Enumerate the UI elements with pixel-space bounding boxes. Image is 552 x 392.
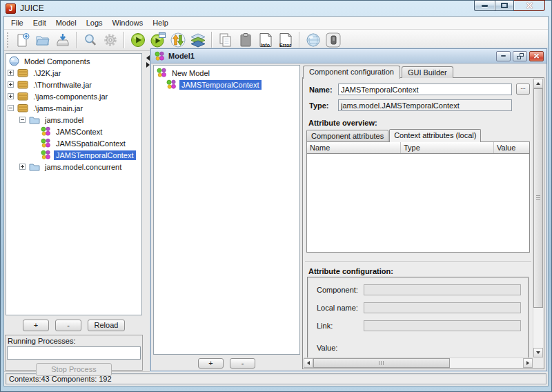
menu-help[interactable]: Help [148,17,173,28]
tree-node-label: jams.model [43,115,86,125]
attributes-table[interactable]: Name Type Value [306,141,530,253]
collapse-handle[interactable] [19,117,26,123]
exit-button[interactable] [323,30,343,50]
app-window: J JUICE File Edit Model Logs Windows Hel… [0,0,552,392]
scroll-left-button[interactable] [304,358,313,368]
column-header-name[interactable]: Name [307,142,401,153]
close-button[interactable] [514,0,545,11]
model-remove-button[interactable]: - [230,358,255,369]
toolbar-drag-handle[interactable] [7,32,10,48]
tree-node-root[interactable]: Model Components [6,55,141,67]
scroll-right-button[interactable] [523,358,533,368]
horizontal-scrollbar[interactable] [304,357,533,368]
more-options-button[interactable]: ... [516,84,530,95]
vertical-scrollbar[interactable] [533,79,543,357]
collapse-right-icon[interactable] [146,62,150,68]
save-model-button[interactable] [52,30,72,50]
restore-icon [517,53,524,59]
paste-button[interactable] [235,30,255,50]
tree-node-package[interactable]: jams.model [6,114,141,126]
tree-node-jar[interactable]: .\J2K.jar [6,67,141,79]
tree-node-component[interactable]: JAMSSpatialContext [6,137,141,149]
vertical-scrollbar-thumb[interactable] [533,88,543,308]
titlebar[interactable]: J JUICE [1,1,551,16]
menu-logs[interactable]: Logs [81,17,108,28]
name-input[interactable] [338,84,512,95]
browser-button[interactable] [303,30,323,50]
close-icon [533,53,540,59]
sphere-icon [9,56,19,66]
expand-handle[interactable] [8,81,14,88]
toolbar-separator [76,32,77,48]
tree-node-jar[interactable]: .\jams-components.jar [6,90,141,102]
run-model-gui-button[interactable] [148,30,168,50]
split-divider[interactable] [145,51,150,371]
model-tree[interactable]: New Model JAMSTemporalContext [153,65,300,355]
toolbar-separator [211,32,212,48]
model-child-node-selected[interactable]: JAMSTemporalContext [154,79,299,90]
component-tree[interactable]: Model Components .\J2K.jar .\Thornthwait… [6,53,142,315]
jar-icon [17,104,28,112]
type-input[interactable] [338,99,512,111]
exchange-button[interactable] [168,30,188,50]
model1-restore-button[interactable] [513,51,527,61]
toolbar-separator [124,32,124,48]
model-add-button[interactable]: + [198,358,224,369]
tree-node-jar[interactable]: .\Thornthwaite.jar [6,79,141,90]
model1-titlebar[interactable]: Model1 [151,49,546,63]
minimize-button[interactable] [474,0,495,11]
tab-component-configuration[interactable]: Component configuration [303,66,400,79]
tab-gui-builder[interactable]: GUI Builder [402,66,453,78]
add-component-button[interactable]: + [23,320,49,331]
menu-windows[interactable]: Windows [108,17,148,28]
component-field[interactable] [364,284,521,295]
expand-handle[interactable] [19,164,26,170]
tree-node-label: jams.model.concurrent [43,162,124,172]
tree-node-component[interactable]: JAMSContext [6,126,141,137]
column-header-value[interactable]: Value [494,142,529,153]
copy-button[interactable] [215,30,235,50]
attributes-table-body[interactable] [307,154,529,252]
run-model-button[interactable] [128,30,148,50]
collapse-left-icon[interactable] [146,55,150,61]
local-name-field[interactable] [364,302,521,313]
tab-component-attributes[interactable]: Component attributes [306,130,388,141]
tab-context-attributes[interactable]: Context attributes (local) [389,129,481,142]
type-label: Type: [309,101,338,110]
horizontal-scrollbar-thumb[interactable] [313,358,450,368]
menu-edit[interactable]: Edit [28,17,51,28]
layers-button[interactable] [188,30,208,50]
info-log-button[interactable]: Info [255,30,275,50]
stop-process-button[interactable]: Stop Process [36,363,112,376]
error-log-button[interactable]: Error [275,30,295,50]
tree-node-package[interactable]: jams.model.concurrent [6,161,141,173]
running-processes-list[interactable] [7,346,141,360]
reload-button[interactable]: Reload [88,320,125,331]
settings-button[interactable] [100,30,120,50]
section-divider [305,261,531,262]
tree-node-jar-expanded[interactable]: .\jams-main.jar [6,102,141,114]
collapse-handle[interactable] [8,105,14,111]
new-model-button[interactable] [12,30,32,50]
model1-minimize-button[interactable] [496,51,511,61]
model1-close-button[interactable] [529,51,544,61]
maximize-button[interactable] [495,0,514,11]
menu-model[interactable]: Model [51,17,81,28]
menu-file[interactable]: File [6,17,28,28]
link-field[interactable] [364,320,521,331]
model-balls-icon [154,51,165,61]
expand-handle[interactable] [8,70,14,76]
error-label: Error [275,43,295,48]
tree-node-component-selected[interactable]: JAMSTemporalContext [6,149,141,161]
expand-handle[interactable] [8,93,14,99]
model-root-node[interactable]: New Model [154,67,299,79]
column-header-type[interactable]: Type [401,142,494,153]
remove-component-button[interactable]: - [55,320,81,331]
config-scroll-view: Name: ... Type: Attribute overview: [304,79,533,357]
search-icon [83,32,98,48]
scroll-up-button[interactable] [533,79,543,88]
search-button[interactable] [80,30,100,50]
open-model-button[interactable] [32,30,52,50]
minimize-icon [501,55,506,57]
scroll-down-button[interactable] [533,348,543,357]
